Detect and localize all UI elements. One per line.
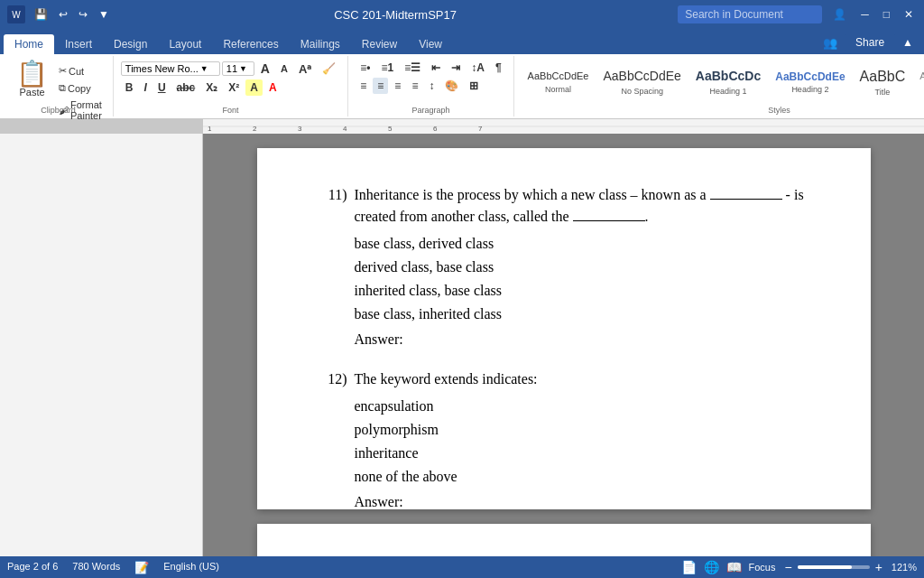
numbering-button[interactable]: ≡1 <box>377 60 399 76</box>
font-color-button[interactable]: A <box>264 79 282 96</box>
save-button[interactable]: 💾 <box>31 6 51 23</box>
ribbon-expand-button[interactable]: ▲ <box>899 34 917 51</box>
clipboard-label: Clipboard <box>4 106 113 115</box>
bold-button[interactable]: B <box>121 79 138 96</box>
shading-button[interactable]: 🎨 <box>440 78 463 94</box>
multilevel-button[interactable]: ≡☰ <box>400 60 425 76</box>
decrease-indent-button[interactable]: ⇤ <box>427 60 445 76</box>
svg-text:2: 2 <box>253 125 257 133</box>
redo-button[interactable]: ↪ <box>75 6 91 23</box>
superscript-button[interactable]: X² <box>224 79 244 96</box>
borders-button[interactable]: ⊞ <box>465 78 483 94</box>
highlight-button[interactable]: A <box>245 79 263 96</box>
minimize-button[interactable]: ─ <box>857 6 873 23</box>
style-no-spacing[interactable]: AaBbCcDdEe No Spacing <box>596 65 687 98</box>
increase-indent-button[interactable]: ⇥ <box>447 60 465 76</box>
font-name-text: Times New Ro... <box>125 63 199 74</box>
justify-button[interactable]: ≡ <box>407 78 422 94</box>
style-subtitle-preview: AaBbCcDdEe <box>919 70 924 83</box>
clear-format-button[interactable]: 🧹 <box>318 61 340 77</box>
tab-review[interactable]: Review <box>351 34 408 54</box>
cut-button[interactable]: ✂ Cut <box>55 63 106 79</box>
underline-button[interactable]: U <box>153 79 171 96</box>
q12-choice-d: none of the above <box>355 466 806 488</box>
paste-button[interactable]: 📋 Paste <box>11 60 53 99</box>
tab-insert[interactable]: Insert <box>54 34 103 54</box>
title-bar: W 💾 ↩ ↪ ▼ CSC 201-MidtermSP17 👤 ─ □ ✕ <box>0 0 924 29</box>
title-bar-left: W 💾 ↩ ↪ ▼ <box>7 5 113 23</box>
strikethrough-button[interactable]: abc <box>172 79 200 96</box>
share-button[interactable]: Share <box>845 33 895 52</box>
svg-text:7: 7 <box>478 125 483 133</box>
language[interactable]: English (US) <box>163 561 219 574</box>
style-heading1[interactable]: AaBbCcDc Heading 1 <box>689 65 767 98</box>
undo-button[interactable]: ↩ <box>55 6 71 23</box>
document-title: CSC 201-MidtermSP17 <box>113 8 678 22</box>
style-title[interactable]: AaBbC Title <box>854 64 912 99</box>
paragraph-group: ≡• ≡1 ≡☰ ⇤ ⇥ ↕A ¶ ≡ ≡ ≡ ≡ ↕ 🎨 ⊞ Paragrap… <box>348 56 513 117</box>
account-button[interactable]: 👤 <box>829 6 850 23</box>
proofing-icon[interactable]: 📝 <box>134 561 149 574</box>
tab-references[interactable]: References <box>212 34 289 54</box>
change-case-button[interactable]: Aᵃ <box>294 61 316 78</box>
q11-answer: Answer: <box>355 329 806 350</box>
tab-layout[interactable]: Layout <box>158 34 212 54</box>
paste-icon: 📋 <box>16 61 48 87</box>
zoom-in-button[interactable]: + <box>873 560 884 574</box>
style-heading2-preview: AaBbCcDdEe <box>775 70 845 85</box>
close-button[interactable]: ✕ <box>901 6 917 23</box>
italic-button[interactable]: I <box>140 79 152 96</box>
tab-home[interactable]: Home <box>4 34 54 54</box>
page-top: 11) Inheritance is the process by which … <box>257 148 871 509</box>
quick-access-toolbar: 💾 ↩ ↪ ▼ <box>31 6 113 23</box>
sort-button[interactable]: ↕A <box>467 60 489 76</box>
q12-text: The keyword extends indicates: <box>355 368 806 390</box>
show-hide-button[interactable]: ¶ <box>491 60 506 76</box>
word-count[interactable]: 780 Words <box>72 561 120 574</box>
font-name-selector[interactable]: Times New Ro... ▼ <box>121 61 220 76</box>
align-center-button[interactable]: ≡ <box>373 78 388 94</box>
style-subtitle[interactable]: AaBbCcDdEe Subtitle <box>913 67 924 96</box>
search-input[interactable] <box>678 5 822 23</box>
tab-view[interactable]: View <box>408 34 453 54</box>
line-spacing-button[interactable]: ↕ <box>424 78 439 94</box>
zoom-out-button[interactable]: − <box>782 560 793 574</box>
q11-choice-d: base class, inherited class <box>355 303 806 325</box>
read-mode-icon[interactable]: 📖 <box>726 560 742 574</box>
zoom-slider[interactable] <box>798 565 870 569</box>
shrink-font-button[interactable]: A <box>276 61 292 76</box>
paste-label: Paste <box>19 87 44 98</box>
align-left-button[interactable]: ≡ <box>356 78 371 94</box>
q12-choices: encapsulation polymorphism inheritance n… <box>355 396 806 488</box>
grow-font-button[interactable]: A <box>256 60 274 78</box>
ribbon: 📋 Paste ✂ Cut ⧉ Copy 🖌 Format Painter Cl… <box>0 54 924 119</box>
tab-mailings[interactable]: Mailings <box>290 34 351 54</box>
zoom-level[interactable]: 121% <box>892 562 917 573</box>
more-button[interactable]: ▼ <box>95 6 113 23</box>
subscript-button[interactable]: X₂ <box>201 79 222 96</box>
tab-design[interactable]: Design <box>103 34 158 54</box>
print-layout-icon[interactable]: 📄 <box>681 560 697 574</box>
zoom-container: − + <box>782 560 883 574</box>
status-bar: Page 2 of 6 780 Words 📝 English (US) 📄 🌐… <box>0 556 924 578</box>
maximize-button[interactable]: □ <box>880 6 893 23</box>
q12-answer: Answer: <box>355 491 806 513</box>
status-bar-left: Page 2 of 6 780 Words 📝 English (US) <box>7 561 219 574</box>
q11-choice-c: inherited class, base class <box>355 280 806 302</box>
styles-group: AaBbCcDdEe Normal AaBbCcDdEe No Spacing … <box>514 56 924 117</box>
font-size-selector[interactable]: 11 ▼ <box>222 61 254 76</box>
page-info[interactable]: Page 2 of 6 <box>7 561 58 574</box>
copy-button[interactable]: ⧉ Copy <box>55 80 106 96</box>
focus-label[interactable]: Focus <box>749 562 776 573</box>
bullets-button[interactable]: ≡• <box>356 60 374 76</box>
web-layout-icon[interactable]: 🌐 <box>704 560 719 574</box>
document-area[interactable]: 11) Inheritance is the process by which … <box>203 134 924 556</box>
styles-group-label: Styles <box>514 106 924 115</box>
style-normal[interactable]: AaBbCcDdEe Normal <box>522 67 596 96</box>
title-text: CSC 201-MidtermSP17 <box>334 8 457 22</box>
align-right-button[interactable]: ≡ <box>390 78 405 94</box>
ribbon-tabs: Home Insert Design Layout References Mai… <box>0 29 924 54</box>
font-group-label: Font <box>114 106 347 115</box>
style-heading2[interactable]: AaBbCcDdEe Heading 2 <box>769 67 851 98</box>
question-12: 12) The keyword extends indicates: encap… <box>322 368 806 513</box>
